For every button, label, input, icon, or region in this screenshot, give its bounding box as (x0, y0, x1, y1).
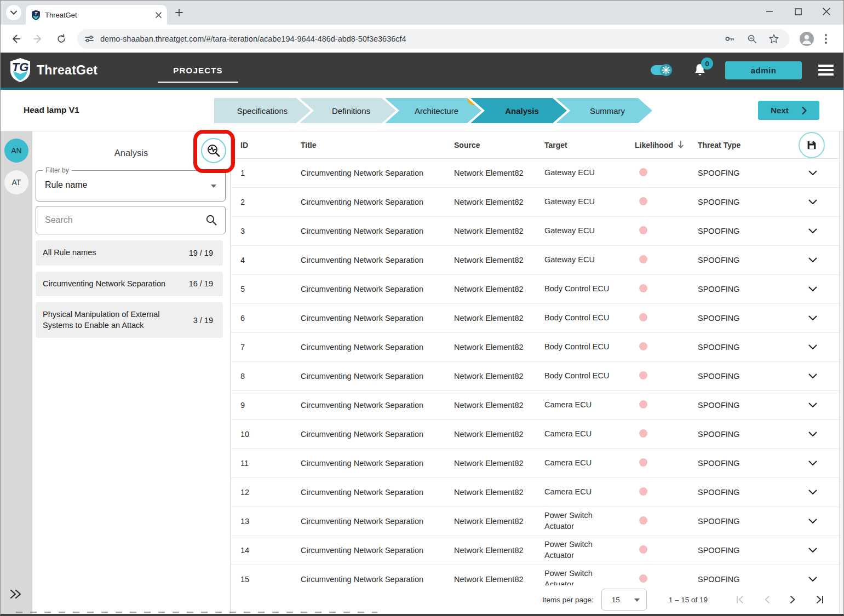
row-expand-button[interactable] (808, 460, 817, 466)
column-header-likelihood[interactable]: Likelihood (635, 141, 698, 149)
last-page-button[interactable] (812, 592, 827, 607)
new-tab-button[interactable] (171, 5, 187, 20)
table-row[interactable]: 2 Circumventing Network Separation Netwo… (231, 188, 839, 217)
bookmark-star-icon[interactable] (768, 33, 779, 44)
cell-source: Network Element82 (454, 256, 544, 264)
row-expand-button[interactable] (808, 286, 817, 292)
stepper-step[interactable]: Definitions (300, 98, 396, 123)
stepper-step[interactable]: Summary (556, 98, 652, 123)
rail-avatar[interactable]: AN (4, 139, 28, 163)
search-input[interactable] (45, 215, 205, 225)
theme-toggle[interactable] (650, 62, 675, 78)
items-per-page-select[interactable]: 15 (601, 589, 647, 611)
row-expand-button[interactable] (808, 228, 817, 234)
url-bar[interactable]: demo-shaaban.threatget.com/#/tara-iterat… (77, 29, 789, 49)
likelihood-dot (639, 487, 647, 496)
cell-id: 1 (240, 169, 301, 177)
row-expand-button[interactable] (808, 344, 817, 350)
cell-threat-type: SPOOFING (698, 401, 780, 410)
next-button[interactable]: Next (758, 101, 819, 120)
chevron-down-icon (808, 315, 817, 321)
reload-button[interactable] (53, 31, 70, 47)
row-expand-button[interactable] (808, 431, 817, 437)
profile-avatar[interactable] (799, 31, 814, 47)
chevron-left-icon (763, 595, 770, 604)
site-settings-icon[interactable] (84, 33, 95, 44)
rail-expand-button[interactable] (9, 589, 22, 600)
cell-source: Network Element82 (454, 575, 544, 584)
nav-projects[interactable]: PROJECTS (158, 61, 238, 79)
window-maximize-button[interactable] (792, 5, 804, 18)
table-row[interactable]: 12 Circumventing Network Separation Netw… (231, 478, 839, 507)
rule-name: Circumventing Network Separation (43, 279, 189, 290)
scrollbar-track[interactable] (839, 131, 843, 614)
likelihood-dot (639, 197, 647, 205)
row-expand-button[interactable] (808, 373, 817, 379)
row-expand-button[interactable] (808, 199, 817, 205)
row-expand-button[interactable] (808, 257, 817, 263)
left-rail: AN AT (1, 131, 32, 614)
next-page-button[interactable] (785, 592, 801, 607)
table-row[interactable]: 4 Circumventing Network Separation Netwo… (231, 246, 839, 275)
stepper-step[interactable]: ! Architecture (385, 98, 481, 123)
filter-by-select[interactable]: Filter by Rule name (36, 170, 226, 202)
app-menu-icon[interactable] (818, 65, 834, 76)
table-row[interactable]: 10 Circumventing Network Separation Netw… (231, 420, 839, 449)
rail-avatar[interactable]: AT (4, 170, 28, 194)
browser-tab[interactable]: T ThreatGet (26, 5, 167, 25)
reload-icon (56, 33, 67, 44)
row-expand-button[interactable] (808, 315, 817, 321)
table-row[interactable]: 9 Circumventing Network Separation Netwo… (231, 391, 839, 420)
table-row[interactable]: 14 Circumventing Network Separation Netw… (231, 536, 839, 565)
app-logo[interactable]: TG ThreatGet (9, 57, 97, 83)
first-page-button[interactable] (733, 592, 748, 607)
chevron-down-icon (808, 344, 817, 350)
admin-user-button[interactable]: admin (725, 61, 802, 79)
filter-by-label: Filter by (43, 166, 72, 174)
cell-target: Camera ECU (544, 429, 635, 440)
stepper-step[interactable]: Analysis (470, 98, 567, 123)
run-analysis-button[interactable] (201, 138, 226, 163)
table-row[interactable]: 8 Circumventing Network Separation Netwo… (231, 362, 839, 391)
window-minimize-button[interactable] (763, 5, 776, 18)
table-row[interactable]: 7 Circumventing Network Separation Netwo… (231, 333, 839, 362)
row-expand-button[interactable] (808, 170, 817, 176)
tab-close-icon[interactable] (156, 12, 162, 18)
browser-menu-icon[interactable] (824, 33, 828, 44)
row-expand-button[interactable] (808, 402, 817, 408)
window-close-button[interactable] (820, 5, 832, 18)
table-row[interactable]: 11 Circumventing Network Separation Netw… (231, 449, 839, 478)
notifications-button[interactable]: 0 (693, 63, 707, 77)
stepper-step[interactable]: Specifications (214, 98, 311, 123)
table-row[interactable]: 6 Circumventing Network Separation Netwo… (231, 304, 839, 333)
zoom-icon[interactable] (747, 33, 757, 44)
step-label: Analysis (505, 106, 539, 116)
previous-page-button[interactable] (759, 592, 774, 607)
rule-list-item[interactable]: Physical Manipulation of External System… (36, 302, 223, 338)
rule-list-item[interactable]: Circumventing Network Separation 16 / 19 (36, 272, 223, 297)
cell-title: Circumventing Network Separation (301, 256, 454, 264)
column-header-threat-type: Threat Type (698, 141, 780, 149)
search-icon[interactable] (205, 214, 217, 226)
save-button[interactable] (799, 132, 825, 158)
cell-threat-type: SPOOFING (698, 430, 780, 439)
table-row[interactable]: 5 Circumventing Network Separation Netwo… (231, 275, 839, 304)
tab-search-button[interactable] (6, 5, 21, 20)
table-row[interactable]: 3 Circumventing Network Separation Netwo… (231, 217, 839, 246)
password-key-icon[interactable] (724, 33, 736, 45)
rule-list-item[interactable]: All Rule names 19 / 19 (36, 240, 223, 266)
row-expand-button[interactable] (808, 519, 817, 524)
app-header: TG ThreatGet PROJECTS 0 admin (1, 53, 843, 88)
row-expand-button[interactable] (808, 577, 817, 582)
plus-icon (175, 9, 183, 16)
row-expand-button[interactable] (808, 490, 817, 495)
cell-likelihood (635, 458, 698, 468)
cell-source: Network Element82 (454, 517, 544, 526)
table-row[interactable]: 1 Circumventing Network Separation Netwo… (231, 159, 839, 188)
row-expand-button[interactable] (808, 548, 817, 553)
forward-button[interactable] (30, 31, 47, 47)
back-button[interactable] (7, 31, 24, 47)
table-row[interactable]: 13 Circumventing Network Separation Netw… (231, 507, 839, 536)
cell-source: Network Element82 (454, 169, 544, 177)
cell-id: 15 (240, 575, 301, 584)
